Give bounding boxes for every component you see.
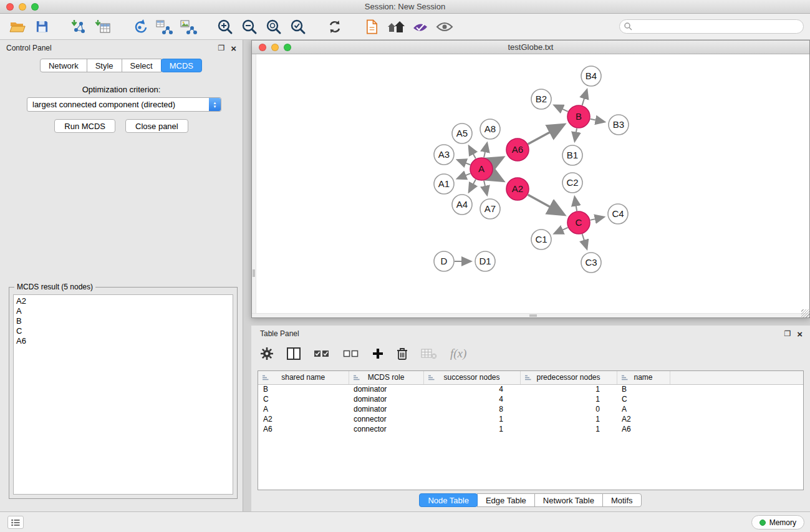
tab-network-table[interactable]: Network Table xyxy=(534,493,603,507)
tab-node-table[interactable]: Node Table xyxy=(419,493,478,507)
close-network-window-button[interactable] xyxy=(259,44,266,51)
tab-style[interactable]: Style xyxy=(87,59,122,72)
graph-node-A7[interactable]: A7 xyxy=(480,199,500,219)
graph-node-B3[interactable]: B3 xyxy=(609,115,629,135)
first-neighbors-icon[interactable] xyxy=(386,17,406,37)
graph-node-C1[interactable]: C1 xyxy=(531,230,551,249)
network-window-titlebar[interactable]: testGlobe.txt xyxy=(252,41,809,54)
show-hide-icon[interactable] xyxy=(435,17,455,37)
result-item-A6[interactable]: A6 xyxy=(16,336,230,346)
horizontal-scrollbar[interactable] xyxy=(252,313,809,317)
table-cell[interactable]: 4 xyxy=(423,384,520,394)
close-table-panel-icon[interactable]: × xyxy=(797,329,803,339)
zoom-fit-icon[interactable] xyxy=(264,17,284,37)
table-cell[interactable]: B xyxy=(617,384,670,394)
graph-edge-A6-B[interactable] xyxy=(528,125,563,144)
table-cell[interactable]: A xyxy=(258,404,349,414)
import-table-disabled-icon[interactable] xyxy=(421,348,437,359)
graph-edge-A-A3[interactable] xyxy=(458,160,470,165)
graph-edge-B-B1[interactable] xyxy=(575,128,577,141)
graph-node-B[interactable]: B xyxy=(567,105,590,128)
import-table-icon[interactable] xyxy=(93,17,113,37)
graph-node-C3[interactable]: C3 xyxy=(581,253,601,273)
graph-edge-A-A7[interactable] xyxy=(484,181,487,195)
zoom-selected-icon[interactable] xyxy=(288,17,308,37)
graph-edge-A2-C[interactable] xyxy=(528,195,563,214)
graph-edge-C-C4[interactable] xyxy=(591,217,604,220)
table-cell[interactable]: connector xyxy=(349,414,423,424)
graph-node-A3[interactable]: A3 xyxy=(434,145,454,165)
graph-node-D1[interactable]: D1 xyxy=(475,251,495,271)
table-cell[interactable]: A2 xyxy=(258,414,349,424)
tab-edge-table[interactable]: Edge Table xyxy=(477,493,535,507)
graph-node-A5[interactable]: A5 xyxy=(452,123,472,143)
column-header-successor-nodes[interactable]: successor nodes xyxy=(423,371,520,384)
apply-style-icon[interactable] xyxy=(410,17,430,37)
table-row[interactable]: Bdominator41B xyxy=(258,384,803,394)
table-cell[interactable]: B xyxy=(258,384,349,394)
graph-edge-B-B4[interactable] xyxy=(582,90,587,105)
table-cell[interactable]: 4 xyxy=(423,394,520,404)
column-header-shared-name[interactable]: shared name xyxy=(258,371,349,384)
table-cell[interactable]: 0 xyxy=(520,404,617,414)
show-columns-icon[interactable] xyxy=(287,347,301,360)
table-cell[interactable]: 1 xyxy=(520,394,617,404)
table-row[interactable]: Adominator80A xyxy=(258,404,803,414)
save-session-icon[interactable] xyxy=(32,17,52,37)
import-network-icon[interactable] xyxy=(69,17,89,37)
graph-node-A1[interactable]: A1 xyxy=(434,174,454,194)
table-cell[interactable]: dominator xyxy=(349,384,423,394)
network-from-table-icon[interactable] xyxy=(154,17,174,37)
table-cell[interactable]: C xyxy=(258,394,349,404)
optimization-criterion-select[interactable]: largest connected component (directed) ▲… xyxy=(27,97,221,112)
graph-edge-C-C3[interactable] xyxy=(582,234,587,248)
result-item-B[interactable]: B xyxy=(16,316,230,326)
table-cell[interactable]: dominator xyxy=(349,404,423,414)
tab-network[interactable]: Network xyxy=(40,59,87,72)
graph-edge-A-A8[interactable] xyxy=(484,143,487,157)
add-column-icon[interactable] xyxy=(372,348,383,359)
tab-select[interactable]: Select xyxy=(122,59,162,72)
column-header-MCDS-role[interactable]: MCDS role xyxy=(349,371,423,384)
select-all-icon[interactable] xyxy=(314,349,330,359)
zoom-network-window-button[interactable] xyxy=(284,44,291,51)
table-row[interactable]: A2connector11A2 xyxy=(258,414,803,424)
close-window-button[interactable] xyxy=(6,3,14,11)
refresh-layout-icon[interactable] xyxy=(325,17,345,37)
open-document-icon[interactable] xyxy=(362,17,382,37)
graph-node-B1[interactable]: B1 xyxy=(562,145,582,165)
minimize-network-window-button[interactable] xyxy=(271,44,279,51)
graph-node-A4[interactable]: A4 xyxy=(452,195,472,215)
graph-node-A6[interactable]: A6 xyxy=(506,138,529,161)
open-session-icon[interactable] xyxy=(7,17,27,37)
zoom-in-icon[interactable] xyxy=(215,17,235,37)
search-field[interactable] xyxy=(619,19,804,34)
table-cell[interactable]: 1 xyxy=(520,384,617,394)
vertical-scrollbar[interactable] xyxy=(252,54,256,313)
graph-edge-A-A4[interactable] xyxy=(469,180,475,191)
graph-edge-C-C2[interactable] xyxy=(575,198,577,211)
network-from-image-icon[interactable] xyxy=(178,17,198,37)
minimize-window-button[interactable] xyxy=(19,3,26,11)
show-panels-button[interactable] xyxy=(7,516,24,529)
table-cell[interactable]: A6 xyxy=(258,424,349,434)
new-network-icon[interactable] xyxy=(130,17,150,37)
tab-motifs[interactable]: Motifs xyxy=(602,493,642,507)
run-mcds-button[interactable]: Run MCDS xyxy=(54,119,115,133)
table-row[interactable]: A6connector11A6 xyxy=(258,424,803,434)
tab-mcds[interactable]: MCDS xyxy=(161,59,202,72)
table-cell[interactable]: dominator xyxy=(349,394,423,404)
graph-node-B4[interactable]: B4 xyxy=(581,66,601,86)
result-item-A[interactable]: A xyxy=(16,306,230,316)
result-item-C[interactable]: C xyxy=(16,326,230,336)
memory-button[interactable]: Memory xyxy=(751,515,804,530)
graph-node-C[interactable]: C xyxy=(567,211,590,234)
table-cell[interactable]: 1 xyxy=(423,424,520,434)
graph-node-A8[interactable]: A8 xyxy=(480,119,500,139)
graph-edge-B-B3[interactable] xyxy=(591,119,604,122)
graph-node-A[interactable]: A xyxy=(470,158,493,180)
table-settings-gear-icon[interactable] xyxy=(260,347,274,360)
table-cell[interactable]: 1 xyxy=(520,414,617,424)
table-row[interactable]: Cdominator41C xyxy=(258,394,803,404)
column-header-predecessor-nodes[interactable]: predecessor nodes xyxy=(520,371,617,384)
